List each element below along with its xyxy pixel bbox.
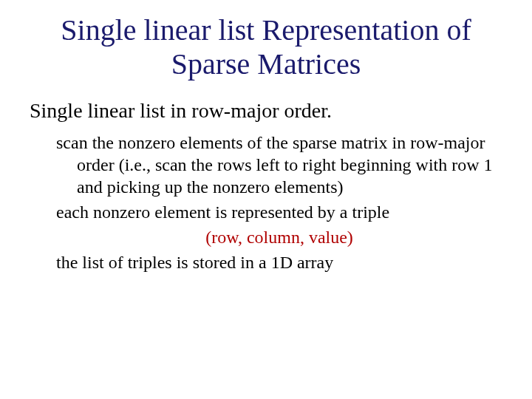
body-block: scan the nonzero elements of the sparse … bbox=[56, 132, 502, 273]
paragraph-storage: the list of triples is stored in a 1D ar… bbox=[56, 251, 502, 273]
paragraph-triple-intro: each nonzero element is represented by a… bbox=[56, 201, 502, 223]
slide-title: Single linear list Representation of Spa… bbox=[30, 13, 502, 81]
triple-notation: (row, column, value) bbox=[56, 226, 502, 248]
slide: Single linear list Representation of Spa… bbox=[0, 0, 532, 399]
slide-subtitle: Single linear list in row-major order. bbox=[30, 99, 502, 123]
paragraph-scan: scan the nonzero elements of the sparse … bbox=[56, 132, 502, 198]
